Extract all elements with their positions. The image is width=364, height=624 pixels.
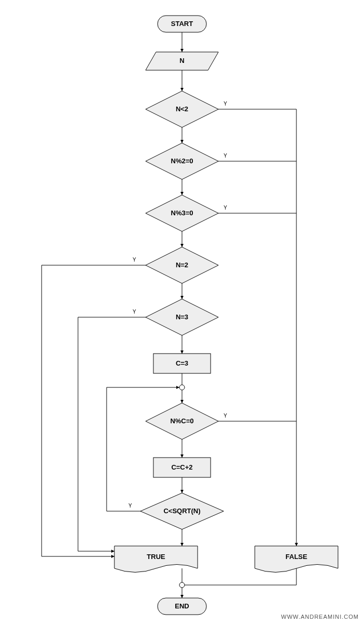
false-label: FALSE	[285, 553, 307, 561]
node-start: START	[158, 16, 206, 32]
node-end: END	[158, 598, 206, 615]
node-n-eq-3: N=3	[146, 299, 218, 335]
true-label: TRUE	[147, 553, 165, 561]
loop-connector-icon	[179, 385, 185, 390]
n-lt-2-label: N<2	[176, 105, 188, 113]
node-n-lt-2: N<2	[146, 91, 218, 127]
node-n-mod-2: N%2=0	[146, 143, 218, 179]
y-label-7: Y	[128, 503, 132, 509]
edge-d4-y-true	[42, 265, 146, 556]
c-3-label: C=3	[176, 359, 188, 367]
node-n-mod-c: N%C=0	[146, 403, 218, 439]
y-label-4: Y	[133, 257, 136, 263]
c-inc-label: C=C+2	[171, 463, 192, 471]
flowchart-canvas: START N N<2 N%2=0 N%3=0 N=2 N=3 C=3 N%C=…	[0, 0, 364, 624]
node-true: TRUE	[114, 546, 198, 573]
node-n-mod-3: N%3=0	[146, 195, 218, 231]
y-label-1: Y	[224, 101, 227, 107]
n-mod-3-label: N%3=0	[171, 209, 193, 217]
edge-sqrt-loop	[107, 387, 179, 511]
end-connector-icon	[179, 582, 185, 588]
end-label: END	[175, 602, 189, 610]
node-c-inc: C=C+2	[153, 458, 211, 477]
input-n-label: N	[179, 57, 184, 64]
y-label-2: Y	[224, 153, 227, 159]
footer-text: WWW.ANDREAMINI.COM	[281, 614, 359, 620]
edge-d5-y-true	[78, 317, 146, 551]
node-c-3: C=3	[153, 354, 211, 373]
node-n-eq-2: N=2	[146, 247, 218, 283]
n-mod-2-label: N%2=0	[171, 157, 193, 165]
node-false: FALSE	[255, 546, 338, 573]
n-eq-2-label: N=2	[176, 261, 188, 269]
y-label-3: Y	[224, 205, 227, 211]
y-label-5: Y	[133, 309, 136, 315]
node-input-n: N	[146, 52, 218, 70]
y-label-6: Y	[224, 413, 227, 419]
c-sqrt-label: C<SQRT(N)	[163, 507, 200, 515]
n-eq-3-label: N=3	[176, 313, 188, 321]
node-c-sqrt: C<SQRT(N)	[140, 493, 224, 529]
start-label: START	[171, 20, 193, 28]
n-mod-c-label: N%C=0	[170, 417, 193, 425]
